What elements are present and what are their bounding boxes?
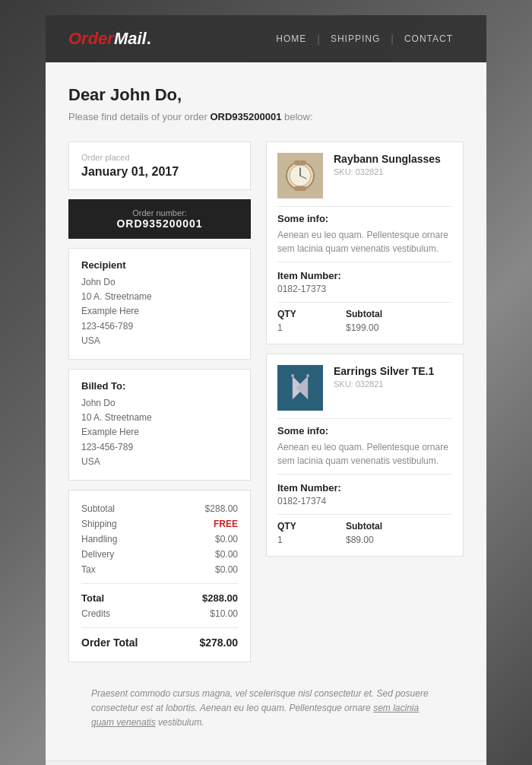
item-number-value-2: 0182-17374 xyxy=(277,496,452,506)
pricing-total-label: Total xyxy=(81,592,104,604)
pricing-handling: Handling $0.00 xyxy=(81,532,238,547)
pricing-delivery-label: Delivery xyxy=(81,549,114,560)
item-number-label-2: Item Number: xyxy=(277,482,452,494)
recipient-country: USA xyxy=(81,334,238,348)
nav-home[interactable]: HOME xyxy=(265,33,317,44)
pricing-order-total: Order Total $278.00 xyxy=(81,634,238,651)
pricing-credits: Credits $10.00 xyxy=(81,606,238,621)
billed-to-detail: John Do 10 A. Streetname Example Here 12… xyxy=(81,396,238,469)
svg-rect-6 xyxy=(294,186,306,191)
footer-text: Praesent commodo cursus magna, vel scele… xyxy=(68,671,464,746)
subtotal-col-2: Subtotal $89.00 xyxy=(346,521,391,545)
qty-col-1: QTY 1 xyxy=(277,309,323,333)
pricing-tax: Tax $0.00 xyxy=(81,562,238,577)
billed-name: John Do xyxy=(81,396,238,411)
nav-shipping[interactable]: SHIPPING xyxy=(320,33,391,44)
pricing-handling-label: Handling xyxy=(81,534,117,544)
subtotal-header-1: Subtotal xyxy=(346,309,391,319)
qty-col-2: QTY 1 xyxy=(277,521,323,545)
content-columns: Order placed January 01, 2017 Order numb… xyxy=(68,141,464,671)
navigation: HOME | SHIPPING | CONTACT xyxy=(265,33,464,45)
product-item-1: Raybann Sunglasses SKU: 032821 Some info… xyxy=(266,141,464,344)
logo-order: Order xyxy=(68,29,114,48)
some-info-text-2: Aenean eu leo quam. Pellentesque ornare … xyxy=(277,440,452,468)
pricing-delivery-value: $0.00 xyxy=(215,549,238,560)
pricing-handling-value: $0.00 xyxy=(215,534,238,544)
item-number-label-1: Item Number: xyxy=(277,270,452,281)
product-name-2: Earrings Silver TE.1 xyxy=(334,365,452,377)
product-name-1: Raybann Sunglasses xyxy=(334,153,452,165)
billed-to-label: Billed To: xyxy=(81,380,238,392)
item-number-value-1: 0182-17373 xyxy=(277,284,452,294)
recipient-label: Recipient xyxy=(81,259,238,271)
pricing-total-value: $288.00 xyxy=(202,592,238,604)
order-id-inline: ORD935200001 xyxy=(210,111,281,122)
footer-italic-after: vestibulum. xyxy=(156,717,204,728)
pricing-shipping: Shipping FREE xyxy=(81,516,238,532)
recipient-address2: Example Here xyxy=(81,304,238,319)
recipient-phone: 123-456-789 xyxy=(81,319,238,334)
product-info-1: Raybann Sunglasses SKU: 032821 xyxy=(334,153,452,183)
product-divider-2b xyxy=(277,474,452,475)
product-sku-2: SKU: 032821 xyxy=(334,379,452,389)
order-number-box: Order number: ORD935200001 xyxy=(68,199,251,239)
subtext-after: below: xyxy=(281,111,312,122)
product-sku-1: SKU: 032821 xyxy=(334,167,452,176)
recipient-box: Recipient John Do 10 A. Streetname Examp… xyxy=(68,248,251,360)
pricing-shipping-label: Shipping xyxy=(81,519,117,529)
qty-subtotal-2: QTY 1 Subtotal $89.00 xyxy=(277,521,452,545)
product-info-2: Earrings Silver TE.1 SKU: 032821 xyxy=(334,365,452,395)
billed-phone: 123-456-789 xyxy=(81,440,238,455)
pricing-credits-value: $10.00 xyxy=(210,608,238,619)
billed-country: USA xyxy=(81,455,238,469)
email-body: Dear John Do, Please find details of you… xyxy=(46,62,486,760)
svg-point-10 xyxy=(291,374,294,377)
order-number-value: ORD935200001 xyxy=(81,217,239,230)
billed-to-box: Billed To: John Do 10 A. Streetname Exam… xyxy=(68,369,251,481)
bottom-bar: © Copyright - MyCompany. Donec sed odio … xyxy=(46,760,486,765)
pricing-subtotal: Subtotal $288.00 xyxy=(81,501,238,516)
some-info-text-1: Aenean eu leo quam. Pellentesque ornare … xyxy=(277,228,452,256)
pricing-order-total-value: $278.00 xyxy=(199,636,238,649)
product-item-2: Earrings Silver TE.1 SKU: 032821 Some in… xyxy=(266,354,464,557)
left-column: Order placed January 01, 2017 Order numb… xyxy=(68,141,251,671)
logo-mail: Mail xyxy=(114,29,147,48)
pricing-total: Total $288.00 xyxy=(81,590,238,606)
right-column: Raybann Sunglasses SKU: 032821 Some info… xyxy=(266,141,464,671)
pricing-shipping-value: FREE xyxy=(214,519,238,529)
product-divider-2c xyxy=(277,514,452,515)
pricing-divider-2 xyxy=(81,627,238,628)
subtext-before: Please find details of your order xyxy=(68,111,210,122)
recipient-detail: John Do 10 A. Streetname Example Here 12… xyxy=(81,275,238,348)
qty-subtotal-1: QTY 1 Subtotal $199.00 xyxy=(277,309,452,333)
product-image-earrings xyxy=(277,365,323,411)
qty-header-2: QTY xyxy=(277,521,323,532)
logo-dot: . xyxy=(147,29,151,48)
nav-contact[interactable]: CONTACT xyxy=(394,33,464,44)
order-date: January 01, 2017 xyxy=(81,165,238,179)
pricing-subtotal-label: Subtotal xyxy=(81,503,115,514)
pricing-box: Subtotal $288.00 Shipping FREE Handling … xyxy=(68,490,251,662)
qty-value-2: 1 xyxy=(277,535,323,545)
greeting: Dear John Do, xyxy=(68,85,464,105)
subtotal-header-2: Subtotal xyxy=(346,521,391,532)
order-number-label: Order number: xyxy=(81,208,239,217)
svg-rect-5 xyxy=(294,160,306,165)
some-info-label-1: Some info: xyxy=(277,213,452,224)
product-top-2: Earrings Silver TE.1 SKU: 032821 xyxy=(277,365,452,411)
product-top-1: Raybann Sunglasses SKU: 032821 xyxy=(277,153,452,198)
pricing-credits-label: Credits xyxy=(81,608,110,619)
some-info-label-2: Some info: xyxy=(277,425,452,436)
pricing-tax-value: $0.00 xyxy=(215,564,238,575)
subtotal-col-1: Subtotal $199.00 xyxy=(346,309,391,333)
email-header: OrderMail. HOME | SHIPPING | CONTACT xyxy=(46,15,486,62)
subtotal-value-2: $89.00 xyxy=(346,535,391,545)
billed-address2: Example Here xyxy=(81,425,238,440)
recipient-address1: 10 A. Streetname xyxy=(81,290,238,304)
pricing-subtotal-value: $288.00 xyxy=(205,503,238,514)
subtext: Please find details of your order ORD935… xyxy=(68,111,464,122)
product-divider-1b xyxy=(277,262,452,262)
product-divider-1 xyxy=(277,206,452,207)
pricing-delivery: Delivery $0.00 xyxy=(81,547,238,562)
qty-value-1: 1 xyxy=(277,322,323,333)
